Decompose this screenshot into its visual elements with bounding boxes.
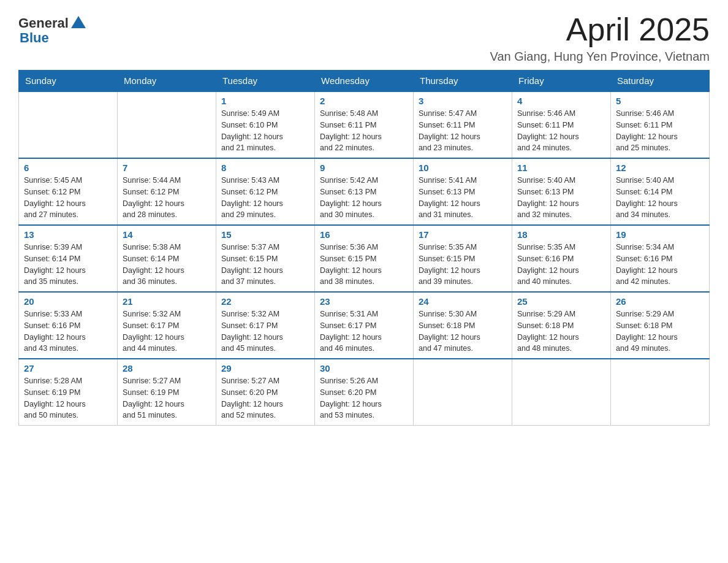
week-row-5: 27Sunrise: 5:28 AM Sunset: 6:19 PM Dayli…: [19, 359, 710, 426]
calendar-cell: 22Sunrise: 5:32 AM Sunset: 6:17 PM Dayli…: [216, 292, 315, 359]
header: General Blue April 2025 Van Giang, Hung …: [18, 12, 710, 64]
header-cell-monday: Monday: [118, 71, 216, 92]
day-info: Sunrise: 5:49 AM Sunset: 6:10 PM Dayligh…: [221, 108, 309, 154]
logo-general-text: General: [18, 15, 69, 31]
calendar-cell: 9Sunrise: 5:42 AM Sunset: 6:13 PM Daylig…: [315, 158, 414, 225]
calendar-cell: [118, 91, 216, 158]
day-number: 16: [320, 229, 408, 240]
day-info: Sunrise: 5:26 AM Sunset: 6:20 PM Dayligh…: [320, 375, 408, 421]
day-info: Sunrise: 5:43 AM Sunset: 6:12 PM Dayligh…: [221, 175, 309, 221]
day-info: Sunrise: 5:29 AM Sunset: 6:18 PM Dayligh…: [616, 308, 704, 354]
day-number: 6: [24, 163, 112, 173]
day-number: 9: [320, 163, 408, 173]
day-info: Sunrise: 5:44 AM Sunset: 6:12 PM Dayligh…: [123, 175, 211, 221]
day-number: 19: [616, 229, 704, 240]
calendar-cell: 25Sunrise: 5:29 AM Sunset: 6:18 PM Dayli…: [512, 292, 611, 359]
day-info: Sunrise: 5:28 AM Sunset: 6:19 PM Dayligh…: [24, 375, 112, 421]
header-cell-friday: Friday: [512, 71, 611, 92]
day-info: Sunrise: 5:41 AM Sunset: 6:13 PM Dayligh…: [419, 175, 507, 221]
calendar-cell: 11Sunrise: 5:40 AM Sunset: 6:13 PM Dayli…: [512, 158, 611, 225]
month-title: April 2025: [490, 12, 710, 47]
day-number: 18: [517, 229, 605, 240]
day-number: 7: [123, 163, 211, 173]
week-row-4: 20Sunrise: 5:33 AM Sunset: 6:16 PM Dayli…: [19, 292, 710, 359]
day-number: 30: [320, 363, 408, 373]
calendar-cell: 21Sunrise: 5:32 AM Sunset: 6:17 PM Dayli…: [118, 292, 216, 359]
day-info: Sunrise: 5:35 AM Sunset: 6:16 PM Dayligh…: [517, 242, 605, 288]
calendar-cell: 16Sunrise: 5:36 AM Sunset: 6:15 PM Dayli…: [315, 225, 414, 292]
location-title: Van Giang, Hung Yen Province, Vietnam: [490, 50, 710, 64]
calendar-cell: 8Sunrise: 5:43 AM Sunset: 6:12 PM Daylig…: [216, 158, 315, 225]
calendar-cell: 28Sunrise: 5:27 AM Sunset: 6:19 PM Dayli…: [118, 359, 216, 426]
calendar-cell: 20Sunrise: 5:33 AM Sunset: 6:16 PM Dayli…: [19, 292, 118, 359]
calendar-cell: 14Sunrise: 5:38 AM Sunset: 6:14 PM Dayli…: [118, 225, 216, 292]
calendar-cell: 19Sunrise: 5:34 AM Sunset: 6:16 PM Dayli…: [611, 225, 710, 292]
day-number: 8: [221, 163, 309, 173]
calendar-cell: 18Sunrise: 5:35 AM Sunset: 6:16 PM Dayli…: [512, 225, 611, 292]
day-info: Sunrise: 5:40 AM Sunset: 6:14 PM Dayligh…: [616, 175, 704, 221]
day-info: Sunrise: 5:40 AM Sunset: 6:13 PM Dayligh…: [517, 175, 605, 221]
day-info: Sunrise: 5:33 AM Sunset: 6:16 PM Dayligh…: [24, 308, 112, 354]
day-number: 27: [24, 363, 112, 373]
week-row-3: 13Sunrise: 5:39 AM Sunset: 6:14 PM Dayli…: [19, 225, 710, 292]
calendar-cell: [611, 359, 710, 426]
day-info: Sunrise: 5:48 AM Sunset: 6:11 PM Dayligh…: [320, 108, 408, 154]
logo-triangle-icon: [71, 16, 86, 28]
day-number: 2: [320, 96, 408, 106]
day-number: 29: [221, 363, 309, 373]
week-row-1: 1Sunrise: 5:49 AM Sunset: 6:10 PM Daylig…: [19, 91, 710, 158]
day-number: 13: [24, 229, 112, 240]
logo: General Blue: [18, 12, 86, 46]
day-info: Sunrise: 5:46 AM Sunset: 6:11 PM Dayligh…: [517, 108, 605, 154]
header-cell-sunday: Sunday: [19, 71, 118, 92]
calendar-cell: [414, 359, 512, 426]
calendar-cell: [512, 359, 611, 426]
calendar-cell: 15Sunrise: 5:37 AM Sunset: 6:15 PM Dayli…: [216, 225, 315, 292]
calendar-cell: 3Sunrise: 5:47 AM Sunset: 6:11 PM Daylig…: [414, 91, 512, 158]
header-row: SundayMondayTuesdayWednesdayThursdayFrid…: [19, 71, 710, 92]
day-info: Sunrise: 5:35 AM Sunset: 6:15 PM Dayligh…: [419, 242, 507, 288]
calendar-cell: 29Sunrise: 5:27 AM Sunset: 6:20 PM Dayli…: [216, 359, 315, 426]
calendar-cell: 5Sunrise: 5:46 AM Sunset: 6:11 PM Daylig…: [611, 91, 710, 158]
calendar-cell: 17Sunrise: 5:35 AM Sunset: 6:15 PM Dayli…: [414, 225, 512, 292]
day-number: 4: [517, 96, 605, 106]
header-cell-thursday: Thursday: [414, 71, 512, 92]
day-info: Sunrise: 5:36 AM Sunset: 6:15 PM Dayligh…: [320, 242, 408, 288]
day-info: Sunrise: 5:47 AM Sunset: 6:11 PM Dayligh…: [419, 108, 507, 154]
day-number: 5: [616, 96, 704, 106]
day-number: 21: [123, 296, 211, 307]
day-info: Sunrise: 5:29 AM Sunset: 6:18 PM Dayligh…: [517, 308, 605, 354]
logo-blue-text: Blue: [18, 30, 49, 46]
day-number: 14: [123, 229, 211, 240]
calendar-cell: 30Sunrise: 5:26 AM Sunset: 6:20 PM Dayli…: [315, 359, 414, 426]
calendar-cell: 1Sunrise: 5:49 AM Sunset: 6:10 PM Daylig…: [216, 91, 315, 158]
day-number: 22: [221, 296, 309, 307]
week-row-2: 6Sunrise: 5:45 AM Sunset: 6:12 PM Daylig…: [19, 158, 710, 225]
day-number: 12: [616, 163, 704, 173]
day-info: Sunrise: 5:42 AM Sunset: 6:13 PM Dayligh…: [320, 175, 408, 221]
day-info: Sunrise: 5:27 AM Sunset: 6:19 PM Dayligh…: [123, 375, 211, 421]
day-number: 25: [517, 296, 605, 307]
calendar-cell: 13Sunrise: 5:39 AM Sunset: 6:14 PM Dayli…: [19, 225, 118, 292]
calendar-cell: 4Sunrise: 5:46 AM Sunset: 6:11 PM Daylig…: [512, 91, 611, 158]
day-info: Sunrise: 5:46 AM Sunset: 6:11 PM Dayligh…: [616, 108, 704, 154]
day-number: 3: [419, 96, 507, 106]
calendar-cell: 2Sunrise: 5:48 AM Sunset: 6:11 PM Daylig…: [315, 91, 414, 158]
calendar-cell: 6Sunrise: 5:45 AM Sunset: 6:12 PM Daylig…: [19, 158, 118, 225]
title-area: April 2025 Van Giang, Hung Yen Province,…: [490, 12, 710, 64]
calendar-cell: 12Sunrise: 5:40 AM Sunset: 6:14 PM Dayli…: [611, 158, 710, 225]
day-number: 26: [616, 296, 704, 307]
day-info: Sunrise: 5:45 AM Sunset: 6:12 PM Dayligh…: [24, 175, 112, 221]
header-cell-wednesday: Wednesday: [315, 71, 414, 92]
day-info: Sunrise: 5:30 AM Sunset: 6:18 PM Dayligh…: [419, 308, 507, 354]
day-number: 20: [24, 296, 112, 307]
calendar-cell: 7Sunrise: 5:44 AM Sunset: 6:12 PM Daylig…: [118, 158, 216, 225]
day-info: Sunrise: 5:27 AM Sunset: 6:20 PM Dayligh…: [221, 375, 309, 421]
calendar-cell: 23Sunrise: 5:31 AM Sunset: 6:17 PM Dayli…: [315, 292, 414, 359]
calendar-cell: 10Sunrise: 5:41 AM Sunset: 6:13 PM Dayli…: [414, 158, 512, 225]
day-number: 17: [419, 229, 507, 240]
day-number: 11: [517, 163, 605, 173]
day-info: Sunrise: 5:32 AM Sunset: 6:17 PM Dayligh…: [123, 308, 211, 354]
day-info: Sunrise: 5:31 AM Sunset: 6:17 PM Dayligh…: [320, 308, 408, 354]
header-cell-tuesday: Tuesday: [216, 71, 315, 92]
